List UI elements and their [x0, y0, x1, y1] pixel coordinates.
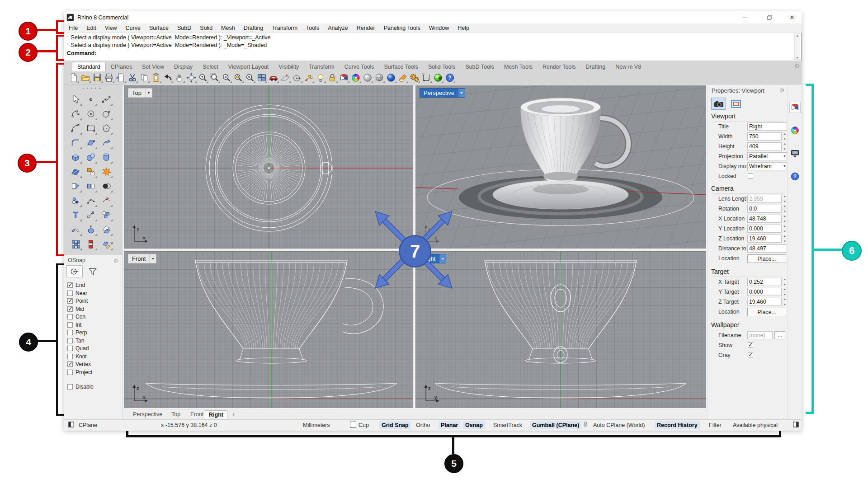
toolbar-icon-dimension[interactable]	[420, 72, 432, 84]
toolbar-gear-icon[interactable]	[794, 63, 800, 70]
viewport-page-tab-perspective[interactable]: Perspective	[129, 410, 166, 418]
prop-spinner-x-location[interactable]: ▲▼	[783, 215, 787, 223]
command-prompt[interactable]: Command:	[67, 50, 96, 56]
status-toggle-gumball-cplane[interactable]: Gumball (CPlane)	[530, 421, 581, 429]
prop-value-distance-to-t[interactable]: 48.497	[747, 244, 787, 253]
tab-transform[interactable]: Transform	[304, 62, 340, 71]
prop-value-x-location[interactable]: 48.748	[747, 215, 782, 223]
tab-viewport-layout[interactable]: Viewport Layout	[223, 62, 274, 71]
palette-icon-curve-points[interactable]	[99, 93, 113, 106]
toolbar-icon-zoom-selected[interactable]	[221, 72, 232, 84]
tab-mesh-tools[interactable]: Mesh Tools	[499, 62, 538, 71]
minimize-button[interactable]: –	[735, 11, 754, 23]
toolbar-icon-circle-center[interactable]	[291, 72, 303, 84]
palette-icon-text[interactable]: T	[69, 208, 82, 222]
prop-value-projection[interactable]: Parallel	[747, 152, 787, 160]
toolbar-icon-viewport-layout[interactable]	[256, 72, 268, 84]
pane-toggle-left-icon[interactable]	[66, 421, 77, 429]
prop-button-target-location[interactable]: Place...	[747, 308, 786, 316]
prop-value-y-location[interactable]: 0.000	[747, 225, 782, 233]
status-cplane[interactable]: CPlane	[76, 421, 99, 429]
prop-spinner-y-target[interactable]: ▲▼	[783, 288, 787, 296]
palette-icon-control-point-curve[interactable]	[69, 107, 82, 121]
osnap-checkbox-vertex[interactable]	[67, 361, 73, 367]
menu-item-drafting[interactable]: Drafting	[244, 25, 264, 31]
prop-checkbox-gray[interactable]	[748, 352, 753, 357]
status-toggle-planar[interactable]: Planar	[439, 421, 460, 429]
osnap-checkbox-project[interactable]	[67, 370, 73, 375]
viewport-properties-icon[interactable]	[728, 98, 743, 110]
toolbar-icon-render-preview[interactable]	[432, 72, 444, 84]
toolbar-icon-help[interactable]: ?	[444, 72, 456, 84]
menu-item-view[interactable]: View	[105, 25, 117, 31]
new-viewport-tab-button[interactable]: +	[228, 410, 239, 418]
osnap-tab[interactable]	[66, 265, 83, 277]
tab-select[interactable]: Select	[198, 62, 223, 71]
prop-value-x-target[interactable]: 0.252	[747, 278, 782, 286]
toolbar-icon-color-wheel[interactable]	[350, 72, 362, 84]
tab-display[interactable]: Display	[169, 62, 198, 71]
toolbar-icon-new-file[interactable]	[68, 72, 80, 84]
toolbar-icon-gears[interactable]	[409, 72, 420, 84]
status-toggle-available-physical[interactable]: Available physical	[731, 421, 780, 429]
osnap-checkbox-tan[interactable]	[67, 338, 73, 343]
osnap-checkbox-quad[interactable]	[67, 346, 73, 351]
palette-icon-block[interactable]	[84, 237, 98, 251]
palette-icon-array-grid[interactable]	[69, 237, 82, 251]
palette-icon-rectangle[interactable]	[84, 122, 98, 135]
status-toggle-record-history[interactable]: Record History	[655, 421, 700, 429]
toolbar-icon-open-folder[interactable]	[80, 72, 91, 84]
status-layer[interactable]: Cup	[348, 421, 371, 429]
maximize-button[interactable]	[760, 11, 779, 23]
prop-value-y-target[interactable]: 0.000	[747, 288, 782, 296]
palette-icon-copy-array[interactable]	[99, 208, 113, 222]
toolbar-icon-copy[interactable]	[138, 72, 150, 84]
palette-icon-sweep[interactable]	[99, 136, 113, 150]
palette-icon-offset-surface[interactable]	[99, 223, 113, 236]
camera-icon[interactable]	[711, 98, 726, 110]
prop-spinner-height[interactable]: ▲▼	[783, 142, 787, 150]
tab-set-view[interactable]: Set View	[137, 62, 169, 71]
palette-icon-explode-puzzle[interactable]	[84, 165, 98, 178]
palette-icon-circle-center2[interactable]	[84, 107, 98, 121]
prop-spinner-width[interactable]: ▲▼	[783, 132, 787, 141]
tab-visibility[interactable]: Visibility	[274, 62, 304, 71]
viewport-label-perspective[interactable]: Perspective▼	[420, 88, 465, 98]
toolbar-icon-sphere-shaded[interactable]	[362, 72, 373, 84]
prop-spinner-x-target[interactable]: ▲▼	[783, 278, 787, 286]
menu-item-file[interactable]: File	[69, 25, 78, 31]
filter-tab[interactable]	[85, 265, 101, 277]
palette-icon-circle-tangent[interactable]	[99, 107, 113, 121]
toolbar-icon-print[interactable]	[103, 72, 115, 84]
osnap-checkbox-int[interactable]	[67, 322, 73, 328]
toolbar-icon-zoom-window[interactable]	[209, 72, 221, 84]
menu-item-edit[interactable]: Edit	[86, 25, 96, 31]
menu-item-solid[interactable]: Solid	[200, 25, 212, 31]
osnap-checkbox-mid[interactable]	[67, 306, 73, 312]
palette-icon-spheres[interactable]	[84, 150, 98, 164]
menu-item-curve[interactable]: Curve	[126, 25, 141, 31]
toolbar-icon-zoom-dynamic[interactable]	[197, 72, 209, 84]
palette-icon-move-points[interactable]	[84, 208, 98, 222]
close-button[interactable]: ✕	[783, 11, 802, 23]
palette-icon-select-arrow[interactable]	[69, 93, 82, 106]
toolbar-icon-zoom-extents[interactable]	[232, 72, 244, 84]
panel-tab-color-wheel[interactable]	[789, 125, 801, 136]
palette-icon-cylinder[interactable]	[99, 150, 113, 164]
prop-value-z-location[interactable]: 19.460	[747, 235, 782, 243]
tab-render-tools[interactable]: Render Tools	[538, 62, 580, 71]
palette-icon-extrude[interactable]	[84, 223, 98, 236]
palette-icon-fillet-curve[interactable]	[69, 136, 82, 150]
viewport-page-tab-right[interactable]: Right	[205, 410, 227, 419]
palette-icon-trim[interactable]	[69, 179, 82, 193]
palette-icon-surface-grid[interactable]	[69, 165, 82, 178]
status-toggle-grid-snap[interactable]: Grid Snap	[379, 421, 411, 429]
palette-icon-group-edit[interactable]	[99, 237, 113, 251]
menu-item-render[interactable]: Render	[357, 25, 375, 31]
prop-value-display-mod[interactable]: Wirefram	[747, 162, 787, 170]
tab-surface-tools[interactable]: Surface Tools	[379, 62, 423, 71]
status-toggle-ortho[interactable]: Ortho	[414, 421, 432, 429]
prop-spinner-lens-length[interactable]: ▲▼	[783, 195, 787, 203]
prop-value-lens-length[interactable]: 2.355	[747, 195, 782, 203]
tab-standard[interactable]: Standard	[72, 62, 106, 71]
